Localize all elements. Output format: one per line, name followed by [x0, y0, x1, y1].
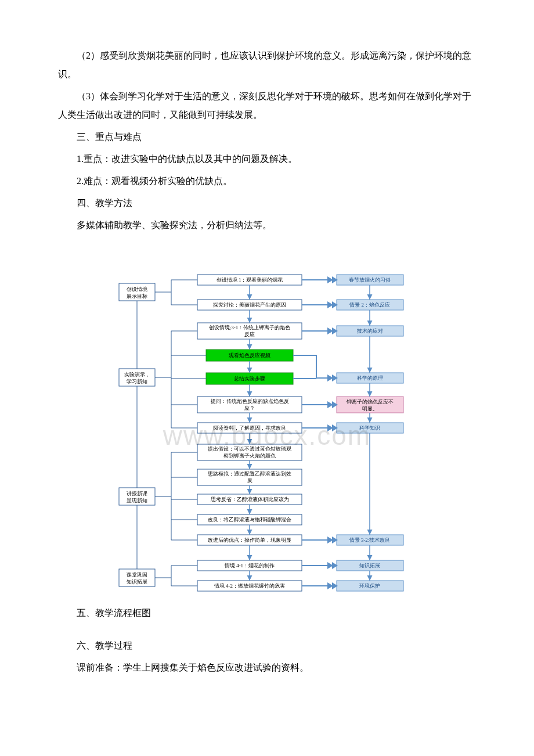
left-box-2: 实验演示， 学习新知: [119, 369, 155, 386]
right-box-2-text: 情景 2：焰色反应: [349, 302, 390, 308]
mid-box-8: 提出假设：可以不透过蓝色钴玻璃观 察到钾离子火焰的颜色: [197, 444, 302, 460]
right-box-5-line2: 明显。: [362, 406, 378, 412]
right-box-8: 知识拓展: [337, 560, 403, 571]
mid-box-1-text: 创设情境 1：观看美丽的烟花: [217, 277, 283, 283]
heading-4: 四、教学方法: [58, 194, 476, 213]
mid-box-2: 探究讨论：美丽烟花产生的原因: [197, 300, 302, 310]
right-box-5-line1: 钾离子的焰色反应不: [346, 399, 394, 405]
left-box-2-line1: 实验演示，: [124, 372, 150, 377]
mid-box-9-line2: 果: [247, 478, 252, 484]
right-box-3: 技术的应对: [337, 326, 403, 336]
mid-box-6: 提问：传统焰色反应的缺点焰色反 应？: [197, 397, 302, 413]
mid-box-13-text: 情境 4-1：烟花的制作: [224, 563, 275, 568]
mid-box-14: 情境 4-2：燃放烟花爆竹的危害: [197, 581, 302, 591]
paragraph-3: （3）体会到学习化学对于生活的意义，深刻反思化学对于环境的破坏。思考如何在做到化…: [58, 87, 476, 124]
left-box-2-line2: 学习新知: [127, 379, 147, 384]
mid-box-3: 创设情境;3-1：传统上钾离子的焰色 反应: [197, 323, 302, 339]
flowchart: www.bdocx.com 创设情境 展示目标 实验演示， 学习新知 讲授新课 …: [113, 273, 421, 598]
right-box-4-text: 科学的原理: [357, 375, 383, 381]
mid-box-12-text: 改进后的优点：操作简单，现象明显: [208, 537, 291, 543]
mid-box-11-text: 改良：将乙醇溶液与饱和碳酸钾混合: [208, 517, 291, 523]
mid-box-5-text: 总结实验步骤: [233, 376, 265, 381]
mid-box-8-line2: 察到钾离子火焰的颜色: [223, 453, 276, 459]
mid-box-5: 总结实验步骤: [206, 373, 293, 384]
left-box-4: 课堂巩固 知识拓展: [119, 569, 155, 586]
heading-3: 三、重点与难点: [58, 128, 476, 146]
right-box-1: 春节放烟火的习俗: [337, 275, 403, 285]
mid-box-2-text: 探究讨论：美丽烟花产生的原因: [213, 302, 286, 308]
mid-box-14-text: 情境 4-2：燃放烟花爆竹的危害: [214, 583, 285, 589]
left-box-1-line1: 创设情境: [127, 286, 147, 292]
mid-box-3-line2: 反应: [244, 332, 255, 337]
mid-box-4-text: 观看焰色反应视频: [229, 352, 270, 358]
right-box-7: 情景 3-2:技术改良: [337, 535, 403, 545]
mid-box-10-text: 思考反省：乙醇溶液体积比应该为: [210, 496, 289, 502]
mid-box-6-line1: 提问：传统焰色反应的缺点焰色反: [211, 398, 289, 404]
mid-box-7-text: 阅读资料，了解原因，寻求改良: [213, 425, 286, 431]
left-box-1-line2: 展示目标: [127, 293, 147, 299]
mid-box-9: 思路模拟：通过配置乙醇溶液达到效 果: [197, 469, 302, 485]
right-box-6: 科学知识: [337, 423, 403, 433]
paragraph-key-point: 1.重点：改进实验中的优缺点以及其中的问题及解决。: [58, 150, 476, 168]
right-box-1-text: 春节放烟火的习俗: [349, 277, 391, 283]
mid-box-11: 改良：将乙醇溶液与饱和碳酸钾混合: [197, 514, 302, 525]
right-box-5: 钾离子的焰色反应不 明显。: [337, 397, 403, 413]
right-box-2: 情景 2：焰色反应: [337, 300, 403, 310]
mid-box-1: 创设情境 1：观看美丽的烟花: [197, 275, 302, 285]
right-box-4: 科学的原理: [337, 373, 403, 383]
mid-box-13: 情境 4-1：烟花的制作: [197, 560, 302, 571]
left-box-3-line1: 讲授新课: [127, 491, 147, 496]
right-box-7-text: 情景 3-2:技术改良: [349, 537, 391, 543]
mid-box-9-line1: 思路模拟：通过配置乙醇溶液达到效: [207, 471, 291, 477]
mid-box-3-line1: 创设情境;3-1：传统上钾离子的焰色: [209, 325, 291, 330]
right-box-9: 环境保护: [337, 581, 403, 591]
paragraph-methods: 多媒体辅助教学、实验探究法，分析归纳法等。: [58, 216, 476, 235]
mid-box-4: 观看焰色反应视频: [206, 350, 293, 361]
mid-box-6-line2: 应？: [244, 405, 255, 411]
left-box-4-line1: 课堂巩固: [127, 572, 147, 578]
paragraph-difficulty: 2.难点：观看视频分析实验的优缺点。: [58, 172, 476, 190]
mid-box-12: 改进后的优点：操作简单，现象明显: [197, 535, 302, 545]
right-box-8-text: 知识拓展: [359, 563, 380, 568]
right-box-9-text: 环境保护: [359, 583, 380, 589]
mid-box-10: 思考反省：乙醇溶液体积比应该为: [197, 494, 302, 505]
mid-box-7: 阅读资料，了解原因，寻求改良: [197, 423, 302, 433]
paragraph-prep: 课前准备：学生上网搜集关于焰色反应改进试验的资料。: [58, 658, 476, 677]
left-box-3-line2: 呈现新知: [127, 498, 147, 503]
paragraph-2: （2）感受到欣赏烟花美丽的同时，也应该认识到保护环境的意义。形成远离污染，保护环…: [58, 46, 476, 84]
heading-5: 五、教学流程框图: [58, 604, 476, 622]
left-box-3: 讲授新课 呈现新知: [119, 488, 155, 505]
right-box-3-text: 技术的应对: [356, 328, 383, 334]
left-box-1: 创设情境 展示目标: [119, 283, 155, 301]
left-box-4-line2: 知识拓展: [127, 579, 147, 585]
mid-box-8-line1: 提出假设：可以不透过蓝色钴玻璃观: [208, 446, 291, 452]
right-box-6-text: 科学知识: [359, 425, 380, 431]
heading-6: 六、教学过程: [58, 636, 476, 655]
